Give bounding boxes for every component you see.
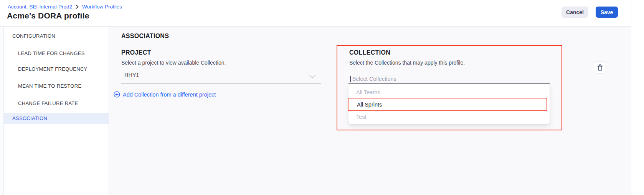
save-button[interactable]: Save xyxy=(596,7,618,18)
breadcrumb-account-link[interactable]: Account: SEI-Internal-Prod2 xyxy=(8,4,72,10)
project-select-value[interactable]: HHY1 xyxy=(124,72,139,78)
collection-search-input[interactable] xyxy=(352,76,467,82)
sidebar-item-lead-time-for-changes[interactable]: LEAD TIME FOR CHANGES xyxy=(18,50,85,56)
collection-description: Select the Collections that may apply th… xyxy=(349,60,465,66)
add-collection-link-label: Add Collection from a different project xyxy=(123,92,216,98)
left-edge-gutter xyxy=(0,27,4,195)
plus-circle-icon xyxy=(114,91,120,98)
sidebar-item-configuration[interactable]: CONFIGURATION xyxy=(12,33,55,39)
chevron-down-icon[interactable] xyxy=(309,73,315,80)
sidebar-item-association[interactable]: ASSOCIATION xyxy=(4,113,109,124)
breadcrumb-workflow-profiles-link[interactable]: Workflow Profiles xyxy=(82,4,122,10)
breadcrumb: Account: SEI-Internal-Prod2 Workflow Pro… xyxy=(8,4,122,10)
option-test[interactable]: Test xyxy=(356,114,367,120)
page-title: Acme's DORA profile xyxy=(7,11,89,20)
workflow-profile-page: Account: SEI-Internal-Prod2 Workflow Pro… xyxy=(0,0,644,195)
add-collection-link[interactable]: Add Collection from a different project xyxy=(114,91,216,98)
breadcrumb-chevron-icon xyxy=(76,5,79,9)
option-all-teams[interactable]: All Teams xyxy=(356,89,380,95)
option-all-sprints[interactable]: All Sprints xyxy=(348,98,547,111)
collection-select-field[interactable] xyxy=(350,75,467,82)
right-edge-gutter xyxy=(631,0,644,195)
sidebar-item-change-failure-rate[interactable]: CHANGE FAILURE RATE xyxy=(18,100,78,106)
text-cursor xyxy=(350,76,351,82)
sidebar-item-mean-time-to-restore[interactable]: MEAN TIME TO RESTORE xyxy=(18,83,81,89)
delete-association-button[interactable] xyxy=(594,61,606,73)
project-description: Select a project to view available Colle… xyxy=(121,60,226,66)
associations-heading: ASSOCIATIONS xyxy=(121,33,169,40)
page-header: Account: SEI-Internal-Prod2 Workflow Pro… xyxy=(0,0,644,27)
collection-select-underline xyxy=(348,83,550,84)
project-select-underline xyxy=(121,83,321,83)
option-all-sprints-label: All Sprints xyxy=(357,102,382,108)
associations-panel: ASSOCIATIONS PROJECT Select a project to… xyxy=(109,27,631,195)
profile-sections-sidebar: CONFIGURATION LEAD TIME FOR CHANGES DEPL… xyxy=(4,27,109,195)
project-heading: PROJECT xyxy=(121,49,151,56)
collection-heading: COLLECTION xyxy=(349,49,390,56)
header-actions: Cancel Save xyxy=(561,7,618,18)
trash-icon xyxy=(597,64,603,71)
cancel-button[interactable]: Cancel xyxy=(561,7,588,18)
collection-options-dropdown: All Teams All Sprints Test xyxy=(348,84,550,124)
sidebar-item-association-label: ASSOCIATION xyxy=(12,113,47,124)
sidebar-item-deployment-frequency[interactable]: DEPLOYMENT FREQUENCY xyxy=(18,66,88,72)
